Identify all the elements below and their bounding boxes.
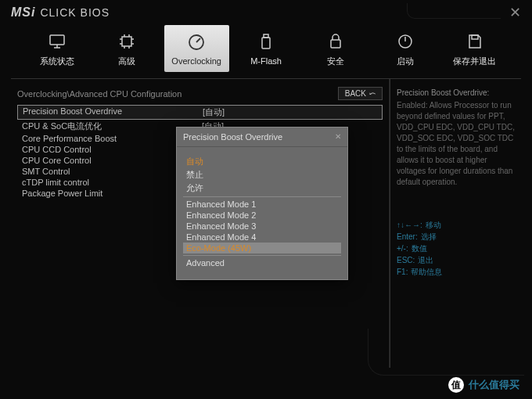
breadcrumb: Overclocking\Advanced CPU Configuration … [17, 87, 383, 100]
setting-label: CPU CCD Control [22, 145, 202, 154]
monitor-icon [45, 31, 70, 52]
modal-title-bar: Precision Boost Overdrive ✕ [177, 128, 347, 147]
option-item[interactable]: 禁止 [183, 168, 341, 182]
save-icon [462, 31, 487, 52]
option-item[interactable]: Enhanced Mode 4 [183, 232, 341, 243]
help-text: Enabled: Allows Processor to run beyond … [397, 100, 515, 188]
svg-rect-7 [472, 35, 478, 39]
back-arrow-icon: ⤺ [369, 89, 376, 98]
key-hints: ↑↓←→:移动 Enter:选择 +/-:数值 ESC:退出 F1:帮助信息 [397, 219, 515, 278]
setting-row[interactable]: Precision Boost Overdrive [自动] [17, 105, 383, 120]
gauge-icon [184, 31, 209, 53]
flash-drive-icon [253, 31, 279, 53]
nav-label: Overclocking [171, 56, 221, 66]
nav-save-exit[interactable]: 保存并退出 [442, 25, 507, 72]
nav-label: 高级 [118, 56, 135, 67]
option-item[interactable]: Enhanced Mode 1 [183, 199, 341, 210]
setting-label: CPU & SoC电流优化 [22, 120, 202, 132]
option-item[interactable]: 自动 [183, 155, 341, 168]
help-panel: Precision Boost Overdrive: Enabled: Allo… [390, 79, 521, 368]
svg-rect-0 [50, 35, 64, 45]
svg-rect-4 [264, 34, 268, 38]
setting-value: [自动] [203, 106, 225, 118]
close-icon[interactable]: ✕ [509, 4, 521, 21]
divider [183, 255, 341, 256]
setting-label: Precision Boost Overdrive [23, 106, 203, 118]
svg-rect-3 [262, 38, 270, 49]
option-item[interactable]: Enhanced Mode 3 [183, 221, 341, 232]
option-item-selected[interactable]: Eco-Mode (45W) [183, 243, 341, 253]
option-item[interactable]: Enhanced Mode 2 [183, 210, 341, 221]
brand-logo: MSi CLICK BIOS [11, 5, 110, 20]
option-item[interactable]: 允许 [183, 182, 341, 195]
nav-label: 启动 [397, 56, 414, 67]
brand-msi: MSi [11, 5, 35, 20]
nav-system-status[interactable]: 系统状态 [25, 25, 90, 72]
help-title: Precision Boost Overdrive: [397, 88, 515, 97]
svg-rect-5 [331, 40, 340, 48]
option-item[interactable]: Advanced [183, 257, 341, 268]
setting-label: Core Performance Boost [22, 134, 202, 143]
chip-icon [114, 31, 139, 52]
svg-rect-1 [122, 37, 131, 46]
lock-icon [323, 31, 348, 52]
option-modal: Precision Boost Overdrive ✕ 自动 禁止 允许 Enh… [176, 127, 348, 280]
setting-label: Package Power Limit [22, 189, 202, 198]
nav-boot[interactable]: 启动 [372, 25, 437, 72]
watermark-text: 什么值得买 [469, 378, 519, 392]
nav-mflash[interactable]: M-Flash [234, 25, 299, 72]
nav-advanced[interactable]: 高级 [95, 25, 160, 72]
watermark: 值 什么值得买 [448, 377, 519, 393]
setting-label: CPU Core Control [22, 156, 202, 165]
modal-close-icon[interactable]: ✕ [335, 132, 341, 142]
nav-label: 系统状态 [40, 56, 74, 67]
nav-label: 保存并退出 [453, 56, 496, 67]
back-button[interactable]: BACK ⤺ [338, 87, 383, 100]
nav-label: M-Flash [250, 56, 282, 66]
watermark-badge-icon: 值 [448, 377, 464, 393]
divider [183, 196, 341, 197]
setting-label: SMT Control [22, 167, 202, 176]
modal-title: Precision Boost Overdrive [183, 132, 282, 142]
top-nav: 系统状态 高级 Overclocking M-Flash 安全 启动 保存并退出 [0, 20, 532, 72]
nav-security[interactable]: 安全 [303, 25, 368, 72]
nav-label: 安全 [327, 56, 344, 67]
power-icon [393, 31, 418, 52]
nav-overclocking[interactable]: Overclocking [164, 25, 229, 72]
brand-product: CLICK BIOS [40, 6, 110, 19]
setting-label: cTDP limit control [22, 178, 202, 187]
